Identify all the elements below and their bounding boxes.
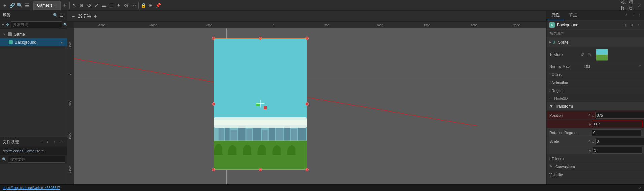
game-canvas[interactable] [214,38,307,170]
texture-reset-btn[interactable]: ↺ [579,51,586,58]
scale-reset-btn[interactable]: ↺ [588,139,591,144]
sep3 [138,2,139,9]
position-y-input[interactable] [593,121,642,127]
search-confirm-icon[interactable]: 🔍 [63,22,67,27]
svg-text:2500: 2500 [513,24,520,27]
zoom-minus-btn[interactable]: − [70,13,77,20]
sprite-component-header[interactable]: ▶ S Sprite [547,38,644,47]
search-node-icon[interactable]: 🔍 [16,2,23,9]
texture-icon-actions: ↺ ✎ [579,51,593,58]
animation-row[interactable]: › Animation [547,78,644,87]
handle-bl[interactable] [212,168,215,171]
ruler-h-svg: -1500 -1000 -500 0 500 1000 1500 2000 25… [74,22,546,28]
rotation-input[interactable] [592,129,641,136]
node-add-btn[interactable]: ⊕ [629,22,635,28]
group-tool-icon[interactable]: ⊞ [147,2,154,9]
bone-tool-icon[interactable]: ✦ [115,2,122,9]
canvas-area[interactable] [74,28,546,184]
game-tab-close[interactable]: × [55,4,57,7]
ruler-row: -1500 -1000 -500 0 500 1000 1500 2000 25… [67,22,546,28]
bottom-maximize-btn[interactable]: ⤢ [638,186,641,190]
position-label: Position [549,113,586,117]
texture-thumbnail[interactable] [596,49,608,61]
bottom-url-link[interactable]: https://blog.csdn.net/weixin_43598617 [3,186,60,190]
canvas-item-row[interactable]: ✎ CanvasItem [547,163,644,171]
nav-back-btn[interactable]: ‹ [38,139,44,145]
link-node-icon[interactable]: 🔗 [9,2,15,9]
add-node-icon[interactable]: + [1,2,8,9]
lock-tool-icon[interactable]: 🔒 [140,2,147,9]
node-info-row: S Background ⊖ ⊕ ↑ [547,20,644,30]
zoom-plus-btn[interactable]: + [92,13,99,20]
offset-row[interactable]: › Offset [547,70,644,78]
link-btn[interactable]: 🔗 [5,22,9,27]
scene-item-background[interactable]: Background ● [0,38,67,46]
svg-rect-25 [276,128,283,140]
position-reset-btn[interactable]: ↺ [588,113,591,118]
handle-bm[interactable] [259,168,262,171]
game-tab[interactable]: Game(*) × [33,1,61,10]
rotate-tool-icon[interactable]: ↺ [86,2,93,9]
visibility-label: Visibility [549,173,583,177]
svg-text:-1000: -1000 [150,24,157,27]
node-up-btn[interactable]: ↑ [635,22,641,28]
rpanel-collapse-btn[interactable]: ↑ [637,12,643,19]
handle-tr[interactable] [305,37,309,40]
texture-label: Texture [549,52,576,57]
tab-properties[interactable]: 属性 [547,11,564,20]
visibility-row[interactable]: Visibility [547,171,644,179]
nav-up-btn[interactable]: ↑ [51,139,58,145]
rpanel-prev-btn[interactable]: ‹ [623,12,629,19]
scale-y-input[interactable] [593,147,642,154]
pin-tool-icon[interactable]: 📌 [155,2,162,9]
top-toolbar: + 🔗 🔍 ☰ Game(*) × + ↖ ⊕ ↺ ⤢ ▬ ⬚ ✦ ⊙ ⋯ 🔒 … [0,0,644,11]
visibility-toggle[interactable]: ● [59,40,64,45]
handle-ml[interactable] [212,102,215,106]
region-row[interactable]: › Region [547,87,644,95]
scale-tool-icon[interactable]: ⤢ [93,2,100,9]
handle-tm[interactable] [259,37,262,40]
handle-br[interactable] [305,168,309,171]
scene-item-game[interactable]: ▼ Game [0,30,67,38]
filesystem-path: res://Scenes/Game.tsc ≡ [0,147,67,155]
tab-nodes[interactable]: 节点 [564,11,582,20]
handle-tl[interactable] [212,37,215,40]
scale-x-input[interactable] [595,138,644,145]
svg-point-33 [243,144,252,155]
nav-forward-btn[interactable]: › [45,139,51,145]
texture-edit-btn[interactable]: ✎ [586,51,593,58]
node-remove-btn[interactable]: ⊖ [622,22,628,28]
view-button[interactable]: 视图 [621,2,628,9]
position-x-input[interactable] [595,112,644,119]
filter-node-icon[interactable]: ☰ [24,2,30,9]
fs-more-btn[interactable]: ⋯ [58,139,64,145]
filesystem-label: 文件系统 [3,139,19,145]
rotation-reset-btn[interactable] [588,130,588,135]
y-axis-label: y [589,122,591,126]
add-btn[interactable]: + [2,22,4,27]
search-fs-input[interactable] [8,156,65,163]
search-scene-icon[interactable]: 🔍 [53,13,58,18]
svg-rect-20 [238,126,246,140]
filter-scene-icon[interactable]: ☰ [59,13,64,18]
sprite-node-icon: S [549,22,555,28]
add-tab-icon[interactable]: + [61,2,68,9]
search-node-input[interactable] [11,21,62,28]
rect-tool-icon[interactable]: ▬ [101,2,107,9]
scale-y-row: y [547,146,644,155]
more-tool-icon[interactable]: ⋯ [130,2,137,9]
sprite-button[interactable]: 精灵 [629,2,635,9]
zindex-row[interactable]: › Z Index [547,155,644,163]
sprite-comp-label: Sprite [558,40,568,45]
select-region-tool-icon[interactable]: ⬚ [108,2,115,9]
rpanel-next-btn[interactable]: › [630,12,636,19]
node-name: Background [557,23,620,27]
transform-section: ▼ Transform Position ↺ x y Rotation Degr… [547,102,644,155]
rotation-label: Rotation Degree [549,131,586,135]
move-tool-icon[interactable]: ⊕ [78,2,85,9]
transform-header[interactable]: ▼ Transform [547,102,644,111]
select-tool-icon[interactable]: ↖ [71,2,78,9]
handle-mr[interactable] [305,102,309,106]
maximize-button[interactable]: ⤢ [636,2,643,9]
pivot-tool-icon[interactable]: ⊙ [123,2,130,9]
